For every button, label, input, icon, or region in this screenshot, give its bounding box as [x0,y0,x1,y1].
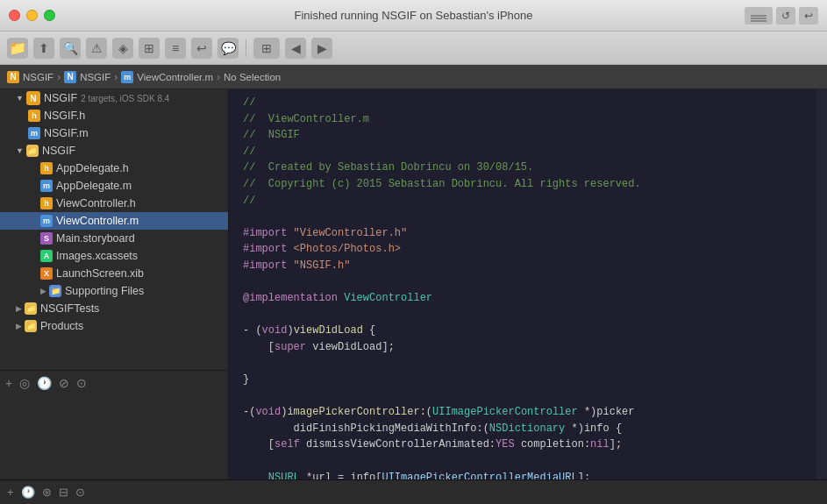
viewcontroller-icon: m [121,71,133,83]
sidebar-item-project-root[interactable]: ▼ N NSGIF 2 targets, iOS SDK 8.4 [0,89,228,107]
sidebar-clock-button[interactable]: 🕐 [37,376,52,390]
sidebar-label-main-storyboard: Main.storyboard [56,232,135,245]
folder-icon-tests: 📁 [25,302,37,315]
sidebar-item-nsigiftests[interactable]: ▶ 📁 NSGIFTests [0,300,228,317]
bottom-remove-button[interactable]: ⊟ [59,486,68,499]
toolbar-next[interactable]: ▶ [311,38,332,59]
breadcrumb-bar: N NSGIF › N NSGIF › m ViewController.m ›… [0,65,827,89]
bottom-circle-button[interactable]: ⊙ [75,486,85,499]
xib-icon: X [40,267,53,280]
breadcrumb-nsgif-folder[interactable]: N NSGIF [64,71,111,83]
sidebar-item-supporting-files[interactable]: ▶ 📁 Supporting Files [0,282,228,300]
maximize-button[interactable] [44,10,55,21]
toolbar-search[interactable]: 🔍 [60,38,81,59]
sidebar-item-products[interactable]: ▶ 📁 Products [0,317,228,335]
m-icon-appdelegate: m [40,180,53,192]
toolbar-prev[interactable]: ◀ [285,38,306,59]
breadcrumb-file-label: ViewController.m [137,72,213,82]
sidebar-bottom-bar: + ◎ 🕐 ⊘ ⊙ [0,370,228,394]
code-line-21: didFinishPickingMediaWithInfo:(NSDiction… [229,421,816,437]
code-line-24: NSURL *url = info[UIImagePickerControlle… [229,470,816,479]
breadcrumb-sep-1: › [57,71,61,83]
bottom-add-button[interactable]: + [7,486,14,499]
code-line-16: [super viewDidLoad]; [229,339,816,356]
sidebar-item-appdelegate-m[interactable]: m AppDelegate.m [0,177,228,195]
h-icon-appdelegate: h [40,162,53,174]
nsgif-project-icon: N [7,71,19,83]
toolbar-comment[interactable]: 💬 [217,38,239,59]
toolbar-warning[interactable]: ⚠ [86,38,107,59]
sidebar-add-button[interactable]: + [5,376,12,390]
sidebar-label-nsgif-m: NSGIF.m [44,127,89,139]
sidebar-item-viewcontroller-m[interactable]: m ViewController.m [0,212,228,230]
code-line-10: #import <Photos/Photos.h> [229,241,816,258]
sidebar-label-supporting-files: Supporting Files [65,285,144,297]
toolbar-view-grid[interactable]: ⊞ [253,38,280,59]
bottom-filter-button[interactable]: ⊛ [42,486,52,499]
sidebar-item-launchscreen-xib[interactable]: X LaunchScreen.xib [0,265,228,282]
breadcrumb-nsgif-project[interactable]: N NSGIF [7,71,53,83]
toolbar-layout[interactable]: ⊞ [139,38,160,59]
sidebar-label-launchscreen-xib: LaunchScreen.xib [56,267,144,280]
breadcrumb-selection-label: No Selection [224,72,281,82]
code-line-20: -(void)imagePickerController:(UIImagePic… [229,404,816,421]
sidebar-label-nsigiftests: NSGIFTests [40,302,99,315]
folder-icon: 📁 [26,145,39,157]
sidebar-label-viewcontroller-h: ViewController.h [56,197,136,209]
toolbar-git[interactable]: ⬆ [33,38,54,59]
sidebar-item-appdelegate-h[interactable]: h AppDelegate.h [0,160,228,177]
breadcrumb-viewcontroller[interactable]: m ViewController.m [121,71,213,83]
minimize-button[interactable] [26,10,38,21]
toolbar-list[interactable]: ≡ [165,38,186,59]
toolbar-undo[interactable]: ↩ [191,38,212,59]
h-icon: h [28,110,40,122]
close-button[interactable] [9,10,20,21]
sidebar-item-nsgif-h[interactable]: h NSGIF.h [0,107,228,124]
editor-gutter [816,89,827,479]
code-line-1: // [229,95,816,111]
sidebar: ▼ N NSGIF 2 targets, iOS SDK 8.4 h NSGIF… [0,89,229,479]
sidebar-item-main-storyboard[interactable]: S Main.storyboard [0,230,228,247]
sidebar-label-nsgif-group: NSGIF [42,145,75,157]
sidebar-item-nsgif-group[interactable]: ▼ 📁 NSGIF [0,142,228,160]
breadcrumb-no-selection[interactable]: No Selection [224,72,281,82]
sidebar-label-images-xcassets: Images.xcassets [56,250,138,262]
expand-triangle-tests: ▶ [16,304,22,313]
main-content: ▼ N NSGIF 2 targets, iOS SDK 8.4 h NSGIF… [0,89,827,479]
toolbar-new-file[interactable]: 📁 [7,38,28,59]
code-line-3: // NSGIF [229,127,816,144]
storyboard-icon: S [40,232,53,245]
code-editor[interactable]: // // ViewController.m // NSGIF // // Cr… [229,89,816,479]
breadcrumb-sep-3: › [217,71,220,83]
code-line-17 [229,356,816,373]
code-line-23 [229,453,816,470]
code-line-19 [229,388,816,405]
sidebar-item-viewcontroller-h[interactable]: h ViewController.h [0,195,228,212]
code-line-4: // [229,144,816,160]
folder-blue-icon: 📁 [49,285,61,297]
code-line-6: // Copyright (c) 2015 Sebastian Dobrincu… [229,176,816,193]
code-line-12 [229,274,816,291]
toolbar-breakpoint[interactable]: ◈ [112,38,133,59]
window-controls[interactable] [9,10,55,21]
code-line-8 [229,209,816,225]
toolbar-separator [246,39,246,57]
code-line-18: } [229,372,816,388]
sidebar-item-images-xcassets[interactable]: A Images.xcassets [0,247,228,265]
expand-triangle-products: ▶ [16,322,22,330]
sidebar-filter-button[interactable]: ◎ [19,376,30,390]
m-icon-vc: m [40,215,53,227]
toolbar: 📁 ⬆ 🔍 ⚠ ◈ ⊞ ≡ ↩ 💬 ⊞ ◀ ▶ [0,32,827,65]
bottom-clock-button[interactable]: 🕐 [21,486,35,499]
sidebar-item-nsgif-m[interactable]: m NSGIF.m [0,124,228,142]
breadcrumb-project-label: NSGIF [23,72,53,82]
expand-triangle-nsgif: ▼ [16,146,24,155]
expand-triangle: ▼ [16,94,24,103]
code-line-15: - (void)viewDidLoad { [229,323,816,339]
m-icon: m [28,127,40,139]
sidebar-label-nsgif-h: NSGIF.h [44,110,85,122]
sidebar-warning-button[interactable]: ⊘ [59,376,69,390]
code-line-14 [229,307,816,323]
sidebar-label-products: Products [40,320,83,332]
sidebar-info-button[interactable]: ⊙ [76,376,87,390]
